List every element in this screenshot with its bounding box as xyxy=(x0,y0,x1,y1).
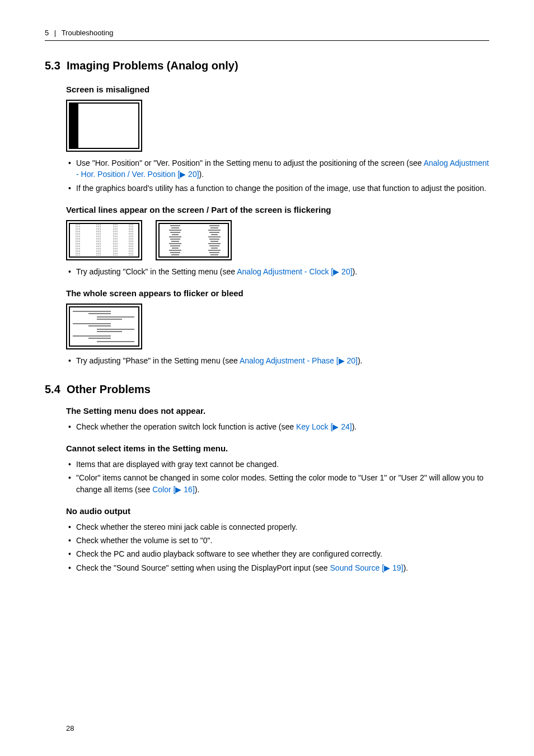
section-5-4-heading: 5.4 Other Problems xyxy=(45,381,489,397)
chapter-number: 5 xyxy=(45,29,49,37)
bullet-text: Check whether the operation switch lock … xyxy=(76,422,296,431)
bullet-text: Check the PC and audio playback software… xyxy=(76,549,382,558)
bullet-text: Check whether the stereo mini jack cable… xyxy=(76,522,297,531)
bullet-text-post: ). xyxy=(403,563,408,572)
svg-rect-48 xyxy=(69,307,139,346)
section-5-3-num: 5.3 xyxy=(45,59,60,72)
page-number: 28 xyxy=(66,724,74,734)
svg-rect-2 xyxy=(69,103,78,148)
list-item: Try adjusting "Phase" in the Setting men… xyxy=(67,355,489,366)
list-item: Check whether the stereo mini jack cable… xyxy=(67,521,489,533)
section-5-3-heading: 5.3 Imaging Problems (Analog only) xyxy=(45,58,489,73)
list-item: Check whether the volume is set to "0". xyxy=(67,535,489,546)
bullet-list-no-audio: Check whether the stereo mini jack cable… xyxy=(66,521,489,573)
cross-ref-link[interactable]: Analog Adjustment - Phase [▶ 20] xyxy=(240,356,358,365)
list-item: If the graphics board's utility has a fu… xyxy=(67,183,489,194)
section-5-4-title: Other Problems xyxy=(67,383,151,395)
bullet-text-post: ). xyxy=(352,422,357,431)
svg-rect-1 xyxy=(69,103,139,148)
bullet-list-menu-not-appear: Check whether the operation switch lock … xyxy=(66,421,489,432)
list-item: Use "Hor. Position" or "Ver. Position" i… xyxy=(67,157,489,180)
svg-rect-17 xyxy=(156,221,231,260)
cross-ref-link[interactable]: Analog Adjustment - Clock [▶ 20] xyxy=(237,267,352,276)
bullet-text-post: ). xyxy=(195,485,200,494)
svg-rect-18 xyxy=(159,223,228,257)
bullet-text: Use "Hor. Position" or "Ver. Position" i… xyxy=(76,158,424,167)
subsection-vertical-lines-heading: Vertical lines appear on the screen / Pa… xyxy=(66,204,489,216)
list-item: Items that are displayed with gray text … xyxy=(67,459,489,470)
figure-misaligned xyxy=(66,100,489,152)
list-item: Check the "Sound Source" setting when us… xyxy=(67,562,489,573)
header-sep: | xyxy=(54,29,56,37)
list-item: "Color" items cannot be changed in some … xyxy=(67,472,489,495)
bullet-text: Try adjusting "Clock" in the Setting men… xyxy=(76,267,237,276)
bullet-text: If the graphics board's utility has a fu… xyxy=(76,184,486,193)
bullet-text: Items that are displayed with gray text … xyxy=(76,460,279,469)
subsection-menu-not-appear-heading: The Setting menu does not appear. xyxy=(66,405,489,417)
list-item: Check whether the operation switch lock … xyxy=(67,421,489,432)
svg-rect-47 xyxy=(67,304,142,349)
cross-ref-link[interactable]: Key Lock [▶ 24] xyxy=(296,422,352,431)
bullet-list-flicker: Try adjusting "Phase" in the Setting men… xyxy=(66,355,489,366)
bullet-text-post: ). xyxy=(353,267,358,276)
section-5-3-title: Imaging Problems (Analog only) xyxy=(67,59,238,72)
cross-ref-link[interactable]: Sound Source [▶ 19] xyxy=(330,563,404,572)
page-header: 5 | Troubleshooting xyxy=(45,28,489,41)
bullet-list-misaligned: Use "Hor. Position" or "Ver. Position" i… xyxy=(66,157,489,194)
subsection-misaligned-heading: Screen is misaligned xyxy=(66,83,489,95)
list-item: Check the PC and audio playback software… xyxy=(67,548,489,559)
bullet-text: Check whether the volume is set to "0". xyxy=(76,536,212,545)
bullet-text: Try adjusting "Phase" in the Setting men… xyxy=(76,356,240,365)
subsection-no-audio-heading: No audio output xyxy=(66,505,489,517)
bullet-text: Check the "Sound Source" setting when us… xyxy=(76,563,330,572)
bullet-text-post: ). xyxy=(358,356,363,365)
cross-ref-link[interactable]: Color [▶ 16] xyxy=(152,485,195,494)
bullet-list-vertical-lines: Try adjusting "Clock" in the Setting men… xyxy=(66,266,489,277)
figure-vertical-lines xyxy=(66,220,489,260)
bullet-text-post: ). xyxy=(199,170,204,179)
section-5-4-num: 5.4 xyxy=(45,383,60,395)
figure-flicker xyxy=(66,304,489,349)
svg-rect-4 xyxy=(69,223,139,257)
list-item: Try adjusting "Clock" in the Setting men… xyxy=(67,266,489,277)
subsection-cannot-select-heading: Cannot select items in the Setting menu. xyxy=(66,442,489,454)
chapter-title: Troubleshooting xyxy=(62,29,114,37)
bullet-text: "Color" items cannot be changed in some … xyxy=(76,473,484,493)
subsection-flicker-heading: The whole screen appears to flicker or b… xyxy=(66,287,489,299)
bullet-list-cannot-select: Items that are displayed with gray text … xyxy=(66,459,489,495)
